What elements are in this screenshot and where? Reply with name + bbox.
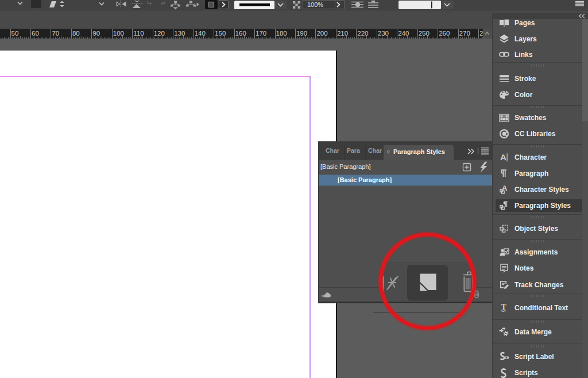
svg-text:100%: 100%	[307, 1, 323, 8]
svg-text:A: A	[500, 152, 506, 162]
svg-text:T: T	[501, 303, 507, 311]
